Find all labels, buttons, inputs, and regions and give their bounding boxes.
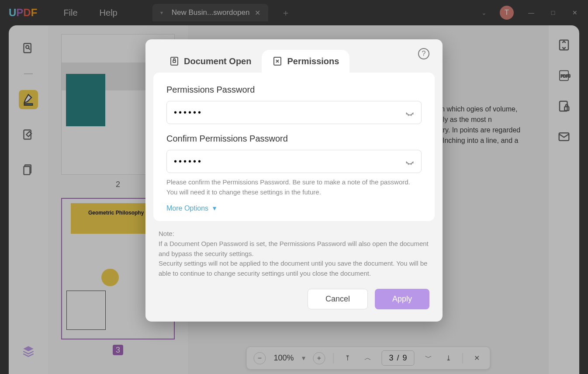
tab-permissions-label: Permissions [287,56,339,66]
more-options-link[interactable]: More Options ▾ [166,204,422,212]
modal-body: Permissions Password Confirm Permissions… [153,73,435,221]
svg-rect-13 [173,60,176,62]
toggle-confirm-visibility[interactable] [405,156,415,167]
permissions-password-input[interactable] [166,101,422,124]
note-text: If a Document Open Password is set, the … [159,239,429,278]
permissions-password-label: Permissions Password [166,85,422,95]
password-hint: Please confirm the Permissions Password.… [166,177,422,197]
apply-button[interactable]: Apply [375,289,429,309]
confirm-password-label: Confirm Permissions Password [166,134,422,144]
tab-permissions[interactable]: Permissions [262,50,349,73]
toggle-password-visibility[interactable] [405,107,415,118]
modal-overlay: Document Open Permissions ? Permissions … [0,0,588,374]
lock-icon [169,56,180,66]
confirm-password-input[interactable] [166,150,422,173]
permissions-icon [272,56,283,66]
eye-icon [405,156,415,166]
modal-footer: Note: If a Document Open Password is set… [145,221,443,322]
tab-document-open-label: Document Open [184,56,251,66]
security-modal: Document Open Permissions ? Permissions … [145,39,443,322]
more-options-label: More Options [166,204,208,212]
tab-document-open[interactable]: Document Open [159,50,262,73]
modal-tabs: Document Open Permissions ? [145,39,443,73]
eye-icon [405,107,415,117]
chevron-down-icon: ▾ [213,204,216,212]
help-button[interactable]: ? [418,48,429,59]
note-label: Note: [159,230,429,237]
cancel-button[interactable]: Cancel [308,289,368,309]
